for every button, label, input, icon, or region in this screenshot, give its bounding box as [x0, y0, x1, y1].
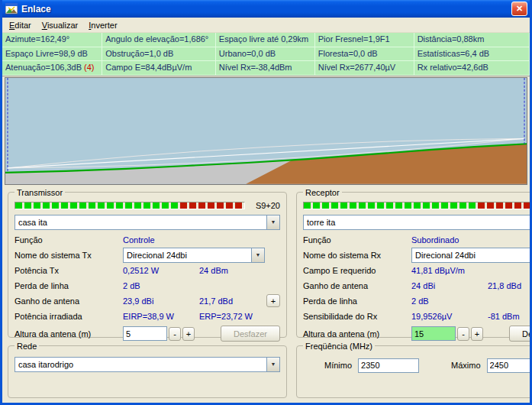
rx-sensitivity-label: Sensibilidade do Rx — [303, 312, 411, 321]
menu-bar: Editar Visualizar Inverter — [2, 18, 530, 33]
app-icon[interactable] — [5, 3, 18, 15]
frequency-group: Freqüência (MHz) Mínimo Máximo — [296, 342, 532, 398]
chevron-down-icon: ▼ — [266, 215, 279, 229]
tx-gain-dbi: 23,9 dBi — [123, 296, 199, 306]
frequency-max-input[interactable] — [487, 358, 532, 373]
info-efield: Campo E=84,4dBµV/m — [102, 61, 216, 76]
tx-line-loss-value: 2 dB — [123, 281, 199, 290]
tx-eirp-value: EIRP=38,9 W — [123, 312, 199, 321]
receiver-title: Receptor — [303, 188, 342, 197]
terrain-brown — [246, 144, 527, 184]
frequency-min-input[interactable] — [358, 358, 419, 373]
network-select[interactable]: casa itarodrigo ▼ — [15, 357, 280, 372]
rx-gain-dbd: 21,8 dBd — [488, 281, 532, 290]
window: Enlace ✕ Editar Visualizar Inverter Azim… — [0, 0, 532, 405]
receiver-group: Receptor S9+20 torre ita ▼ Função Subord… — [296, 188, 532, 338]
info-forest: Floresta=0,0 dB — [315, 47, 414, 62]
info-distance: Distância=0,88km — [414, 33, 530, 47]
info-row: Atenuação=106,3dB(4) Campo E=84,4dBµV/m … — [2, 61, 530, 76]
info-rx-level-uv: Nível Rx=2677,40µV — [315, 61, 414, 76]
rx-undo-button[interactable]: Desfazer — [509, 326, 532, 342]
info-attenuation: Atenuação=106,3dB(4) — [2, 61, 102, 76]
tx-power-dbm: 24 dBm — [199, 266, 266, 275]
tx-height-label: Altura da antena (m) — [15, 329, 123, 339]
rx-signal-meter — [303, 202, 532, 209]
link-info-panel: Azimute=162,49° Angulo de elevação=1,686… — [2, 33, 530, 76]
tx-power-label: Potência Tx — [15, 266, 123, 275]
tx-system-select[interactable]: Direcional 24dbi ▼ — [123, 248, 265, 263]
network-title: Rede — [15, 342, 39, 351]
tx-height-input[interactable] — [123, 326, 167, 341]
panels: Transmissor S9+20 casa ita ▼ Função Cont… — [2, 186, 530, 403]
rx-height-input[interactable] — [411, 326, 456, 341]
tx-gain-label: Ganho de antena — [15, 296, 123, 306]
profile-chart — [5, 77, 527, 185]
tx-height-plus-button[interactable]: + — [182, 327, 195, 341]
rx-gain-dbi: 24 dBi — [411, 281, 488, 290]
menu-inverter[interactable]: Inverter — [83, 19, 122, 31]
frequency-min-label: Mínimo — [324, 361, 352, 370]
rx-role-value: Subordinado — [411, 235, 488, 245]
rx-sensitivity-dbm: -81 dBm — [488, 312, 532, 321]
rx-sensitivity-uv: 19,9526µV — [411, 312, 488, 321]
tx-antenna-detail-button[interactable]: + — [266, 294, 280, 307]
network-value: casa itarodrigo — [15, 360, 266, 369]
info-rx-relative: Rx relativo=42,6dB — [414, 61, 530, 76]
tx-undo-button[interactable]: Desfazer — [221, 326, 280, 342]
info-attenuation-flag: (4) — [84, 63, 94, 72]
info-rx-level-dbm: Nível Rx=-38,4dBm — [216, 61, 315, 76]
tx-role-label: Função — [15, 235, 123, 245]
window-title: Enlace — [21, 4, 511, 15]
rx-system-select[interactable]: Direcional 24dbi ▼ — [411, 248, 532, 263]
tx-signal-meter — [15, 202, 245, 209]
info-obstruction: Obstrução=1,0 dB — [102, 47, 216, 62]
menu-editar[interactable]: Editar — [4, 19, 37, 31]
rx-efield-label: Campo E requerido — [303, 266, 411, 275]
tx-station-value: casa ita — [15, 218, 266, 227]
rx-line-loss-value: 2 dB — [411, 296, 488, 306]
chevron-down-icon: ▼ — [266, 358, 279, 371]
rx-system-label: Nome do sistema Rx — [303, 251, 411, 260]
tx-radiated-label: Potência irradiada — [15, 312, 123, 321]
tx-height-minus-button[interactable]: - — [169, 327, 181, 341]
rx-height-label: Altura da antena (m) — [303, 329, 411, 339]
chevron-down-icon: ▼ — [251, 248, 264, 262]
title-bar: Enlace ✕ — [2, 0, 530, 18]
info-free-space-until: Espaço livre até 0,29km — [216, 33, 315, 47]
transmitter-group: Transmissor S9+20 casa ita ▼ Função Cont… — [8, 188, 287, 338]
rx-meter-green — [304, 202, 478, 209]
tx-meter-red — [180, 202, 244, 209]
tx-gain-dbd: 21,7 dBd — [199, 296, 266, 306]
info-row: Azimute=162,49° Angulo de elevação=1,686… — [2, 33, 530, 47]
rx-height-minus-button[interactable]: - — [457, 327, 469, 341]
rx-line-loss-label: Perda de linha — [303, 296, 411, 306]
profile-chart-wrap — [2, 76, 530, 186]
info-worst-fresnel: Pior Fresnel=1,9F1 — [315, 33, 414, 47]
menu-visualizar[interactable]: Visualizar — [37, 19, 84, 31]
info-free-space-loss: Espaço Livre=98,9 dB — [2, 47, 102, 62]
info-elevation-angle: Angulo de elevação=1,686° — [102, 33, 216, 47]
rx-station-select[interactable]: torre ita ▼ — [303, 215, 532, 230]
tx-system-label: Nome do sistema Tx — [15, 251, 123, 260]
rx-gain-label: Ganho de antena — [303, 281, 411, 290]
tx-station-select[interactable]: casa ita ▼ — [15, 215, 280, 230]
network-group: Rede casa itarodrigo ▼ — [8, 342, 287, 398]
rx-meter-red — [478, 202, 532, 209]
tx-smeter-label: S9+20 — [251, 201, 280, 210]
close-button[interactable]: ✕ — [511, 2, 527, 16]
rx-system-value: Direcional 24dbi — [412, 251, 532, 260]
info-urban: Urbano=0,0 dB — [216, 47, 315, 62]
transmitter-title: Transmissor — [15, 188, 65, 197]
tx-power-watts: 0,2512 W — [123, 266, 199, 275]
info-row: Espaço Livre=98,9 dB Obstrução=1,0 dB Ur… — [2, 47, 530, 62]
rx-height-plus-button[interactable]: + — [471, 327, 483, 341]
info-statistics: Estatísticas=6,4 dB — [414, 47, 530, 62]
info-attenuation-value: Atenuação=106,3dB — [5, 63, 82, 72]
rx-efield-value: 41,81 dBµV/m — [411, 266, 488, 275]
tx-role-value: Controle — [123, 235, 199, 245]
tx-system-value: Direcional 24dbi — [124, 251, 251, 260]
rx-role-label: Função — [303, 235, 411, 245]
frequency-title: Freqüência (MHz) — [303, 342, 375, 351]
tx-erp-value: ERP=23,72 W — [199, 312, 266, 321]
info-azimuth: Azimute=162,49° — [2, 33, 102, 47]
